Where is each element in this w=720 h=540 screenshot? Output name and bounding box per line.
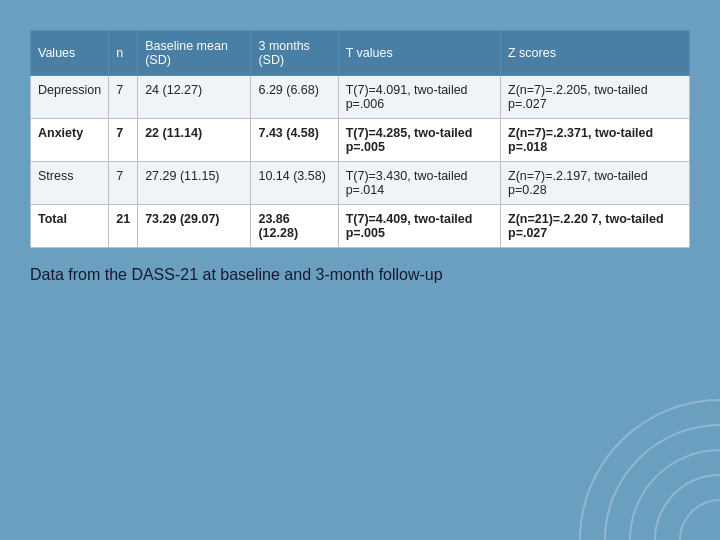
svg-point-0 [680, 500, 720, 540]
table-cell: Z(n=7)=.2.205, two-tailed p=.027 [501, 76, 690, 119]
table-cell: 10.14 (3.58) [251, 162, 338, 205]
table-row: Stress727.29 (11.15)10.14 (3.58)T(7)=3.4… [31, 162, 690, 205]
table-cell: Z(n=21)=.2.20 7, two-tailed p=.027 [501, 205, 690, 248]
col-header-baseline: Baseline mean (SD) [138, 31, 251, 76]
table-cell: T(7)=3.430, two-tailed p=.014 [338, 162, 500, 205]
table-cell: T(7)=4.409, two-tailed p=.005 [338, 205, 500, 248]
table-cell: 6.29 (6.68) [251, 76, 338, 119]
table-cell: 7 [109, 76, 138, 119]
col-header-values: Values [31, 31, 109, 76]
data-table: Values n Baseline mean (SD) 3 months (SD… [30, 30, 690, 248]
table-cell: T(7)=4.091, two-tailed p=.006 [338, 76, 500, 119]
table-cell: Z(n=7)=.2.197, two-tailed p=0.28 [501, 162, 690, 205]
table-row: Anxiety722 (11.14)7.43 (4.58)T(7)=4.285,… [31, 119, 690, 162]
table-row: Depression724 (12.27)6.29 (6.68)T(7)=4.0… [31, 76, 690, 119]
table-caption: Data from the DASS-21 at baseline and 3-… [30, 266, 690, 284]
table-cell: Anxiety [31, 119, 109, 162]
svg-point-1 [655, 475, 720, 540]
col-header-3months: 3 months (SD) [251, 31, 338, 76]
table-cell: 7 [109, 119, 138, 162]
table-cell: 21 [109, 205, 138, 248]
table-cell: 27.29 (11.15) [138, 162, 251, 205]
table-cell: 24 (12.27) [138, 76, 251, 119]
content-area: Values n Baseline mean (SD) 3 months (SD… [30, 30, 690, 284]
table-row: Total2173.29 (29.07)23.86 (12.28)T(7)=4.… [31, 205, 690, 248]
table-cell: Stress [31, 162, 109, 205]
table-cell: 7 [109, 162, 138, 205]
table-cell: Z(n=7)=.2.371, two-tailed p=.018 [501, 119, 690, 162]
svg-point-3 [605, 425, 720, 540]
svg-point-2 [630, 450, 720, 540]
col-header-n: n [109, 31, 138, 76]
svg-point-4 [580, 400, 720, 540]
table-cell: T(7)=4.285, two-tailed p=.005 [338, 119, 500, 162]
table-cell: Depression [31, 76, 109, 119]
table-cell: 7.43 (4.58) [251, 119, 338, 162]
table-cell: Total [31, 205, 109, 248]
col-header-zscores: Z scores [501, 31, 690, 76]
col-header-tvalues: T values [338, 31, 500, 76]
table-cell: 22 (11.14) [138, 119, 251, 162]
table-header-row: Values n Baseline mean (SD) 3 months (SD… [31, 31, 690, 76]
table-cell: 73.29 (29.07) [138, 205, 251, 248]
table-cell: 23.86 (12.28) [251, 205, 338, 248]
